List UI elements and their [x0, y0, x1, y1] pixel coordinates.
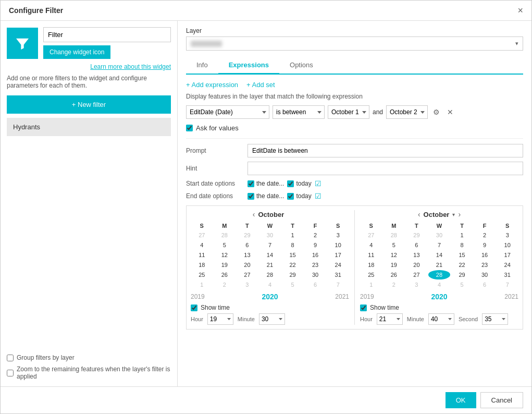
- right-cal-day[interactable]: 29: [405, 230, 428, 240]
- right-cal-day[interactable]: 25: [360, 270, 382, 279]
- right-cal-day[interactable]: 21: [428, 260, 451, 270]
- left-cal-day[interactable]: 23: [304, 260, 327, 270]
- cancel-button[interactable]: Cancel: [480, 392, 523, 408]
- left-show-time-checkbox[interactable]: [191, 305, 197, 311]
- left-cal-day[interactable]: 4: [191, 240, 213, 250]
- right-minute-select[interactable]: 40: [428, 313, 454, 325]
- tab-info[interactable]: Info: [186, 57, 218, 75]
- right-cal-day[interactable]: 20: [405, 260, 428, 270]
- left-cal-day[interactable]: 13: [236, 250, 258, 260]
- left-cal-day[interactable]: 6: [236, 240, 258, 250]
- left-cal-day[interactable]: 27: [236, 270, 258, 279]
- right-cal-day[interactable]: 4: [360, 240, 382, 250]
- end-today-check[interactable]: today: [287, 192, 311, 200]
- left-cal-day[interactable]: 20: [236, 260, 258, 270]
- right-cal-day[interactable]: 5: [451, 280, 473, 289]
- left-cal-day[interactable]: 24: [327, 260, 349, 270]
- right-cal-day[interactable]: 7: [428, 240, 451, 250]
- right-cal-day[interactable]: 9: [474, 240, 496, 250]
- new-filter-button[interactable]: + New filter: [7, 95, 171, 114]
- end-date-extra[interactable]: ☑: [315, 192, 321, 200]
- right-cal-day[interactable]: 30: [474, 270, 496, 279]
- left-cal-day[interactable]: 7: [327, 280, 349, 289]
- add-set-link[interactable]: + Add set: [246, 81, 275, 89]
- left-cal-day[interactable]: 17: [327, 250, 349, 260]
- left-cal-day[interactable]: 10: [327, 240, 349, 250]
- left-cal-day[interactable]: 3: [236, 280, 258, 289]
- right-cal-day[interactable]: 28: [383, 230, 405, 240]
- left-cal-day[interactable]: 29: [236, 230, 258, 240]
- right-cal-day[interactable]: 2: [474, 230, 496, 240]
- filter-item-hydrants[interactable]: Hydrants: [7, 118, 171, 136]
- right-cal-day[interactable]: 15: [451, 250, 473, 260]
- left-cal-day[interactable]: 1: [191, 280, 213, 289]
- right-cal-day[interactable]: 13: [405, 250, 428, 260]
- right-cal-day[interactable]: 29: [451, 270, 473, 279]
- right-cal-next[interactable]: ›: [458, 210, 461, 218]
- left-cal-day[interactable]: 8: [281, 240, 304, 250]
- tab-options[interactable]: Options: [279, 57, 324, 75]
- right-cal-selected-day[interactable]: 28: [428, 270, 451, 279]
- left-cal-day[interactable]: 30: [259, 230, 281, 240]
- right-cal-day[interactable]: 5: [383, 240, 405, 250]
- right-cal-day[interactable]: 1: [451, 230, 473, 240]
- prompt-input[interactable]: [248, 144, 523, 157]
- right-cal-day[interactable]: 26: [383, 270, 405, 279]
- right-hour-select[interactable]: 21: [377, 313, 403, 325]
- left-cal-day[interactable]: 28: [214, 230, 236, 240]
- left-cal-day[interactable]: 19: [214, 260, 236, 270]
- right-cal-day[interactable]: 3: [405, 280, 428, 289]
- date-end-select[interactable]: October 2: [386, 105, 428, 119]
- right-cal-day[interactable]: 17: [496, 250, 518, 260]
- left-cal-day[interactable]: 2: [304, 230, 327, 240]
- left-cal-day[interactable]: 5: [281, 280, 304, 289]
- left-cal-day[interactable]: 22: [281, 260, 304, 270]
- right-cal-day[interactable]: 11: [360, 250, 382, 260]
- operator-select[interactable]: is between: [273, 105, 325, 119]
- remove-expression-button[interactable]: ✕: [445, 107, 455, 117]
- right-cal-day[interactable]: 2: [383, 280, 405, 289]
- left-cal-day[interactable]: 26: [214, 270, 236, 279]
- right-cal-day[interactable]: 7: [496, 280, 518, 289]
- left-cal-day[interactable]: 18: [191, 260, 213, 270]
- right-cal-day[interactable]: 8: [451, 240, 473, 250]
- left-cal-day[interactable]: 12: [214, 250, 236, 260]
- left-minute-select[interactable]: 30: [259, 313, 285, 325]
- left-cal-day[interactable]: 21: [259, 260, 281, 270]
- left-cal-day[interactable]: 7: [259, 240, 281, 250]
- right-cal-day[interactable]: 18: [360, 260, 382, 270]
- group-filters-checkbox-row[interactable]: Group filters by layer: [7, 354, 171, 361]
- right-cal-day[interactable]: 23: [474, 260, 496, 270]
- left-cal-day[interactable]: 29: [281, 270, 304, 279]
- right-cal-day[interactable]: 31: [496, 270, 518, 279]
- right-cal-day[interactable]: 1: [360, 280, 382, 289]
- field-select[interactable]: EditDate (Date): [186, 105, 269, 119]
- start-the-date-check[interactable]: the date...: [248, 180, 284, 187]
- filter-name-input[interactable]: [43, 27, 171, 42]
- left-cal-day[interactable]: 16: [304, 250, 327, 260]
- right-cal-day[interactable]: 16: [474, 250, 496, 260]
- left-cal-day[interactable]: 6: [304, 280, 327, 289]
- start-date-extra[interactable]: ☑: [315, 179, 321, 188]
- gear-button[interactable]: ⚙: [431, 107, 442, 117]
- left-hour-select[interactable]: 19: [207, 313, 233, 325]
- left-cal-prev[interactable]: ‹: [253, 210, 255, 218]
- right-cal-day[interactable]: 14: [428, 250, 451, 260]
- date-start-select[interactable]: October 1: [328, 105, 369, 119]
- right-cal-day[interactable]: 24: [496, 260, 518, 270]
- right-cal-day[interactable]: 22: [451, 260, 473, 270]
- layer-select-display[interactable]: ▾: [186, 36, 523, 51]
- end-the-date-check[interactable]: the date...: [248, 192, 284, 200]
- left-cal-day[interactable]: 3: [327, 230, 349, 240]
- add-expression-link[interactable]: + Add expression: [186, 81, 238, 89]
- right-cal-day[interactable]: 27: [405, 270, 428, 279]
- right-second-select[interactable]: 35: [482, 313, 508, 325]
- left-cal-day[interactable]: 14: [259, 250, 281, 260]
- left-cal-day[interactable]: 30: [304, 270, 327, 279]
- learn-more-link[interactable]: Learn more about this widget: [7, 63, 171, 70]
- close-button[interactable]: ×: [517, 6, 523, 15]
- right-cal-day[interactable]: 6: [405, 240, 428, 250]
- right-cal-day[interactable]: 6: [474, 280, 496, 289]
- left-cal-day[interactable]: 31: [327, 270, 349, 279]
- change-widget-icon-button[interactable]: Change widget icon: [43, 45, 110, 59]
